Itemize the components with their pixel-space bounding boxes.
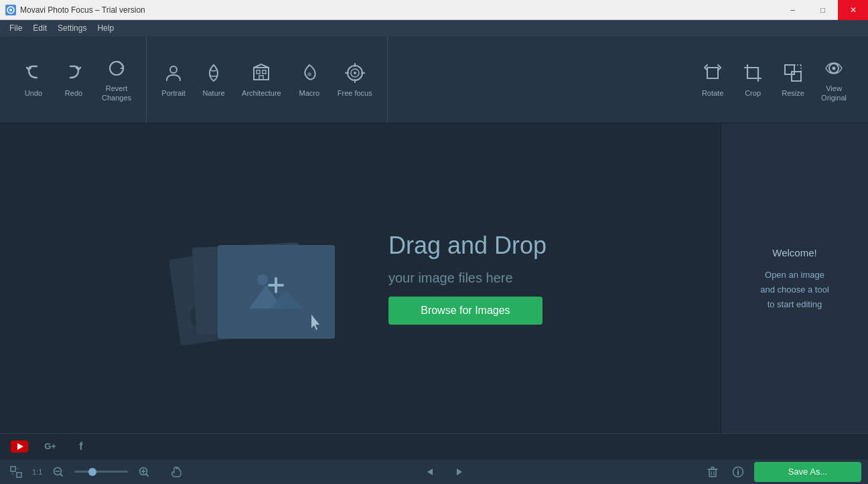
- history-group: Undo Redo Revert Changes: [7, 36, 147, 123]
- zoom-in-button[interactable]: [135, 463, 153, 481]
- resize-button[interactable]: Resize: [773, 56, 813, 103]
- crop-button[interactable]: Crop: [733, 56, 773, 103]
- drop-text: Drag and Drop your image files here Brow…: [388, 232, 547, 325]
- svg-rect-45: [709, 469, 716, 477]
- main-area: Drag and Drop your image files here Brow…: [0, 123, 868, 433]
- macro-button[interactable]: Macro: [289, 56, 330, 103]
- svg-rect-47: [711, 467, 714, 469]
- youtube-button[interactable]: [9, 439, 29, 454]
- menu-file[interactable]: File: [4, 22, 27, 34]
- portrait-icon: [161, 61, 186, 85]
- googleplus-button[interactable]: G+: [40, 439, 60, 454]
- toolbar: Undo Redo Revert Changes: [0, 36, 868, 123]
- bottom-right: Save As...: [703, 462, 861, 482]
- app-icon: [5, 5, 16, 15]
- svg-point-25: [257, 274, 268, 285]
- svg-rect-33: [17, 473, 21, 477]
- delete-button[interactable]: [703, 463, 722, 481]
- undo-label: Undo: [25, 89, 42, 98]
- titlebar-left: Movavi Photo Focus – Trial version: [0, 5, 145, 15]
- welcome-message: Open an image and choose a tool to start…: [760, 268, 829, 312]
- menu-settings[interactable]: Settings: [52, 22, 92, 34]
- svg-line-38: [60, 474, 62, 476]
- freefocus-label: Free focus: [338, 89, 372, 98]
- img-card-front: [218, 245, 335, 339]
- facebook-button[interactable]: f: [71, 439, 91, 454]
- welcome-title: Welcome!: [772, 244, 816, 262]
- image-placeholder: [174, 218, 348, 339]
- undo-icon: [21, 61, 46, 85]
- svg-rect-16: [785, 65, 794, 74]
- svg-line-42: [146, 474, 148, 476]
- macro-icon: [297, 61, 321, 85]
- svg-marker-43: [427, 469, 433, 475]
- info-button[interactable]: [729, 463, 747, 481]
- fit-view-button[interactable]: [7, 463, 25, 481]
- drop-zone[interactable]: Drag and Drop your image files here Brow…: [174, 218, 547, 339]
- window-controls: – □ ✕: [778, 0, 868, 20]
- canvas-area[interactable]: Drag and Drop your image files here Brow…: [0, 123, 721, 433]
- revert-label: Revert Changes: [102, 84, 131, 102]
- right-panel: Welcome! Open an image and choose a tool…: [721, 123, 868, 433]
- portrait-label: Portrait: [161, 89, 185, 98]
- drag-drop-sub: your image files here: [388, 270, 547, 286]
- save-as-button[interactable]: Save As...: [754, 462, 861, 482]
- crop-icon: [741, 61, 765, 85]
- vieworiginal-button[interactable]: View Original: [813, 51, 855, 107]
- svg-point-52: [737, 469, 739, 470]
- svg-rect-32: [11, 467, 15, 471]
- redo-icon: [62, 61, 86, 85]
- menu-edit[interactable]: Edit: [27, 22, 52, 34]
- vieworiginal-icon: [822, 56, 846, 80]
- zoom-label: 1:1: [32, 468, 42, 476]
- zoom-slider[interactable]: [74, 471, 128, 473]
- rotate-label: Rotate: [702, 89, 723, 98]
- zoom-out-button[interactable]: [49, 463, 68, 481]
- menu-help[interactable]: Help: [92, 22, 119, 34]
- redo-label: Redo: [65, 89, 82, 98]
- svg-point-3: [170, 66, 177, 73]
- macro-label: Macro: [299, 89, 319, 98]
- svg-rect-17: [792, 72, 801, 81]
- resize-icon: [781, 61, 805, 85]
- titlebar: Movavi Photo Focus – Trial version – □ ✕: [0, 0, 868, 20]
- bottom-bar: 1:1: [0, 459, 868, 484]
- rotate-button[interactable]: Rotate: [693, 56, 733, 103]
- architecture-button[interactable]: Architecture: [234, 56, 289, 103]
- window-title: Movavi Photo Focus – Trial version: [20, 5, 145, 15]
- browse-images-button[interactable]: Browse for Images: [388, 297, 542, 325]
- svg-point-10: [354, 72, 356, 74]
- resize-label: Resize: [782, 89, 804, 98]
- portrait-button[interactable]: Portrait: [153, 56, 194, 103]
- svg-rect-6: [263, 70, 266, 74]
- next-button[interactable]: [450, 463, 469, 481]
- revert-icon: [104, 56, 129, 80]
- pan-tool-button[interactable]: [167, 463, 186, 481]
- transform-group: Rotate Crop Resize: [388, 36, 861, 123]
- architecture-label: Architecture: [242, 89, 281, 98]
- undo-button[interactable]: Undo: [13, 56, 54, 103]
- vieworiginal-label: View Original: [821, 84, 847, 102]
- bottom-center: [421, 463, 469, 481]
- menubar: File Edit Settings Help: [0, 20, 868, 36]
- svg-marker-44: [457, 469, 462, 475]
- freefocus-button[interactable]: Free focus: [330, 56, 380, 103]
- rotate-icon: [701, 61, 725, 85]
- svg-rect-5: [257, 70, 260, 74]
- minimize-button[interactable]: –: [778, 0, 808, 20]
- social-bar: G+ f: [0, 433, 868, 459]
- svg-rect-15: [707, 68, 718, 78]
- svg-point-21: [833, 67, 836, 70]
- revert-button[interactable]: Revert Changes: [94, 51, 139, 107]
- redo-button[interactable]: Redo: [54, 56, 94, 103]
- architecture-icon: [249, 61, 273, 85]
- close-button[interactable]: ✕: [838, 0, 868, 20]
- maximize-button[interactable]: □: [808, 0, 838, 20]
- focus-group: Portrait Nature: [147, 36, 388, 123]
- crop-label: Crop: [745, 89, 761, 98]
- bottom-left: 1:1: [7, 463, 186, 481]
- nature-label: Nature: [203, 89, 225, 98]
- prev-button[interactable]: [421, 463, 439, 481]
- nature-button[interactable]: Nature: [194, 56, 234, 103]
- nature-icon: [202, 61, 226, 85]
